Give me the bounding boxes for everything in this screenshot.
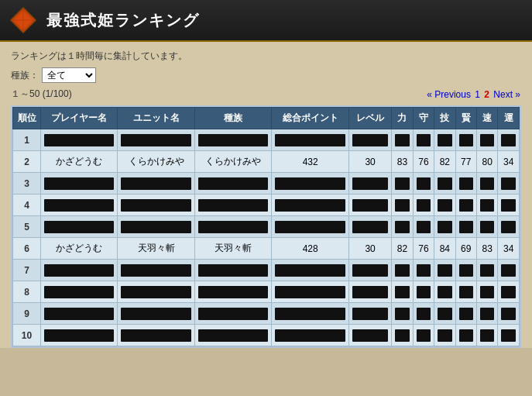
col-race: 種族 [194,108,271,129]
filter-label: 種族： [11,69,39,82]
cell-def [413,195,434,216]
cell-int [455,173,476,195]
col-str: 力 [392,108,413,129]
cell-int [455,195,476,216]
cell-player [41,195,118,216]
page-1-link[interactable]: 1 [475,89,480,100]
race-filter-select[interactable]: 全て [42,67,96,83]
cell-int [455,281,476,303]
cell-unit [118,260,194,281]
cell-level: 30 [348,238,391,260]
table-row: 5 [13,216,520,238]
cell-rank: 1 [13,129,41,151]
cell-int [455,129,476,151]
cell-unit [118,303,194,325]
cell-player [41,173,118,195]
cell-int: 77 [455,151,476,173]
col-rank: 順位 [13,108,41,129]
cell-rank: 7 [13,260,41,281]
cell-points [272,325,348,346]
cell-luk: 34 [498,238,520,260]
cell-luk [498,129,520,151]
cell-points [272,303,348,325]
cell-unit [118,281,194,303]
cell-def [413,325,434,346]
cell-str [392,216,413,238]
cell-def [413,303,434,325]
cell-points [272,260,348,281]
cell-tec [434,325,455,346]
cell-luk [498,303,520,325]
table-wrapper: 順位 プレイヤー名 ユニット名 種族 総合ポイント レベル 力 守 技 賢 速 … [11,105,521,348]
cell-player [41,260,118,281]
cell-race [194,281,271,303]
cell-tec [434,216,455,238]
cell-level [348,325,391,346]
info-text: ランキングは１時間毎に集計しています。 [11,50,521,63]
pagination-row: １～50 (1/100) « Previous 1 2 Next » [11,88,521,101]
pagination-controls: « Previous 1 2 Next » [426,89,521,100]
cell-unit [118,173,194,195]
cell-level [348,303,391,325]
cell-spd: 83 [477,238,498,260]
cell-race [194,325,271,346]
cell-tec: 84 [434,238,455,260]
cell-race [194,129,271,151]
next-link[interactable]: Next » [493,89,520,100]
cell-race: くらかけみや [194,151,271,173]
cell-str [392,281,413,303]
cell-def [413,260,434,281]
range-text: １～50 (1/100) [11,88,72,101]
cell-race [194,173,271,195]
page-title: 最強式姫ランキング [46,10,200,31]
cell-str [392,195,413,216]
cell-level [348,195,391,216]
table-row: 10 [13,325,520,346]
table-header: 順位 プレイヤー名 ユニット名 種族 総合ポイント レベル 力 守 技 賢 速 … [13,108,520,129]
cell-player [41,216,118,238]
table-row: 2 かざどうむ くらかけみや くらかけみや 432 30 83 76 82 77… [13,151,520,173]
cell-def [413,281,434,303]
prev-link[interactable]: « Previous [427,89,471,100]
col-unit: ユニット名 [118,108,194,129]
cell-luk [498,173,520,195]
cell-spd [477,216,498,238]
cell-points [272,173,348,195]
page-header: 最強式姫ランキング [0,0,532,42]
cell-tec [434,303,455,325]
cell-tec: 82 [434,151,455,173]
cell-unit [118,195,194,216]
cell-rank: 2 [13,151,41,173]
col-player: プレイヤー名 [41,108,118,129]
col-points: 総合ポイント [272,108,348,129]
cell-luk [498,325,520,346]
cell-tec [434,260,455,281]
cell-unit [118,129,194,151]
cell-luk [498,260,520,281]
col-def: 守 [413,108,434,129]
cell-unit [118,216,194,238]
cell-player: かざどうむ [41,238,118,260]
cell-race [194,260,271,281]
cell-rank: 9 [13,303,41,325]
cell-tec [434,195,455,216]
table-row: 9 [13,303,520,325]
cell-unit [118,325,194,346]
cell-str [392,173,413,195]
cell-spd [477,281,498,303]
cell-rank: 10 [13,325,41,346]
table-row: 6 かざどうむ 天羽々斬 天羽々斬 428 30 82 76 84 69 83 … [13,238,520,260]
cell-tec [434,173,455,195]
current-page: 2 [484,89,489,100]
col-luk: 運 [498,108,520,129]
cell-level: 30 [348,151,391,173]
cell-points: 428 [272,238,348,260]
cell-race: 天羽々斬 [194,238,271,260]
cell-tec [434,129,455,151]
cell-rank: 3 [13,173,41,195]
cell-player [41,129,118,151]
cell-str: 82 [392,238,413,260]
cell-luk [498,281,520,303]
cell-str [392,260,413,281]
cell-int [455,216,476,238]
